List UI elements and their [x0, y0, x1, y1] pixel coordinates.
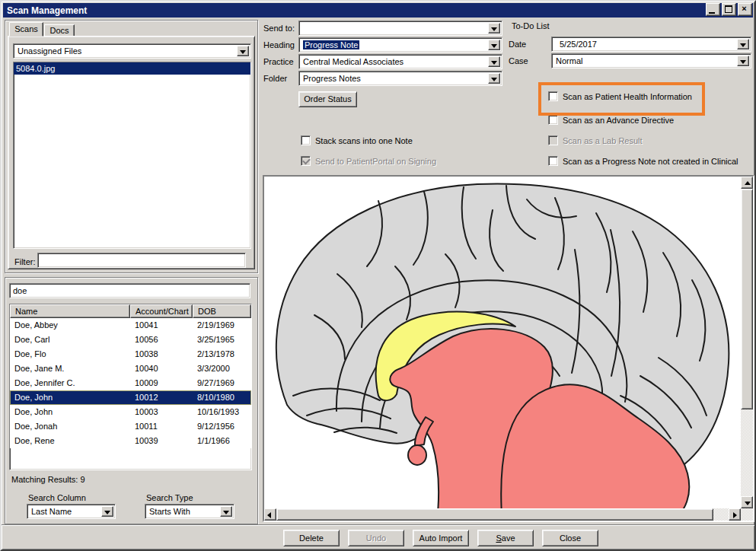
search-column-dropdown[interactable]: Last Name	[27, 504, 116, 519]
stack-scans-checkbox[interactable]	[301, 135, 311, 145]
chevron-down-icon	[745, 502, 751, 505]
chevron-right-icon	[733, 512, 737, 518]
minimize-button[interactable]	[706, 3, 720, 16]
table-cell: 10038	[130, 347, 193, 361]
column-header-dob[interactable]: DOB	[193, 304, 251, 318]
table-row[interactable]: Doe, Flo100382/13/1978	[10, 347, 251, 361]
table-cell: Doe, Rene	[10, 434, 130, 448]
scan-file-list[interactable]: 5084.0.jpg	[13, 62, 251, 249]
phi-highlight-box	[538, 82, 705, 116]
date-label: Date	[509, 40, 526, 49]
order-status-button[interactable]: Order Status	[298, 91, 357, 107]
progress-note-checkbox[interactable]	[548, 156, 558, 166]
table-cell: 10039	[130, 434, 193, 448]
vertical-scrollbar[interactable]	[741, 177, 753, 508]
advance-directive-checkbox[interactable]	[548, 115, 558, 125]
vertical-scrollbar-thumb[interactable]	[741, 189, 753, 409]
brain-diagram	[264, 177, 741, 508]
dropdown-arrow-button[interactable]	[488, 73, 500, 84]
close-window-button[interactable]: Close	[542, 530, 598, 546]
table-cell: Doe, John	[10, 390, 130, 405]
dropdown-arrow-button[interactable]	[488, 40, 500, 50]
horizontal-scrollbar-thumb[interactable]	[276, 508, 713, 521]
practice-dropdown[interactable]: Central Medical Associates	[298, 54, 502, 69]
table-row[interactable]: Doe, John1000310/16/1993	[10, 405, 251, 419]
stack-scans-checkbox-row[interactable]: Stack scans into one Note	[301, 135, 413, 145]
progress-note-label: Scan as a Progress Note not created in C…	[563, 157, 738, 166]
scroll-down-button[interactable]	[741, 496, 753, 508]
scroll-left-button[interactable]	[264, 508, 276, 521]
title-bar[interactable]: Scan Management	[3, 3, 753, 18]
maximize-button[interactable]	[722, 3, 736, 16]
heading-dropdown[interactable]: Progress Note	[298, 37, 502, 53]
dropdown-arrow-button[interactable]	[101, 506, 113, 517]
date-dropdown[interactable]: 5/25/2017	[551, 37, 751, 52]
delete-button[interactable]: Delete	[283, 530, 340, 546]
table-row[interactable]: Doe, Carl100563/25/1965	[10, 333, 251, 347]
table-cell: 10/16/1993	[193, 405, 251, 419]
file-category-dropdown[interactable]: Unassigned Files	[13, 43, 251, 59]
column-header-account[interactable]: Account/Chart	[130, 304, 193, 318]
dropdown-arrow-button[interactable]	[737, 56, 749, 66]
patient-table-body: Doe, Abbey100412/19/1969Doe, Carl100563/…	[10, 318, 251, 448]
table-row[interactable]: Doe, Jennifer C.100099/27/1969	[10, 376, 251, 390]
table-row[interactable]: Doe, Jonah100119/12/1956	[10, 419, 251, 434]
table-cell: 10012	[130, 390, 193, 405]
dropdown-arrow-button[interactable]	[237, 46, 249, 56]
file-list-item[interactable]: 5084.0.jpg	[14, 62, 250, 75]
table-cell: 3/25/1965	[193, 333, 251, 347]
close-icon: ×	[738, 4, 750, 14]
dropdown-arrow-button[interactable]	[220, 506, 232, 517]
table-cell: Doe, Jonah	[10, 419, 130, 434]
case-dropdown[interactable]: Normal	[551, 53, 751, 68]
save-button[interactable]: Save	[477, 530, 534, 546]
maximize-icon	[725, 5, 732, 13]
heading-value-selected: Progress Note	[303, 40, 359, 49]
tab-scans[interactable]: Scans	[9, 22, 43, 37]
table-cell: Doe, John	[10, 405, 130, 419]
chevron-down-icon	[491, 27, 497, 31]
file-category-value: Unassigned Files	[18, 46, 81, 56]
chevron-left-icon	[267, 512, 271, 518]
close-button[interactable]: ×	[738, 3, 752, 16]
table-row[interactable]: Doe, John100128/10/1980	[10, 390, 251, 405]
advance-directive-checkbox-row[interactable]: Scan as an Advance Directive	[548, 115, 674, 125]
table-row[interactable]: Doe, Abbey100412/19/1969	[10, 318, 251, 333]
dropdown-arrow-button[interactable]	[488, 56, 500, 67]
table-cell: 2/19/1969	[193, 318, 251, 333]
table-cell: 10056	[130, 333, 193, 347]
folder-dropdown[interactable]: Progress Notes	[298, 71, 502, 86]
tab-docs[interactable]: Docs	[44, 24, 75, 37]
patient-table-header: Name Account/Chart DOB	[10, 304, 251, 318]
search-type-label: Search Type	[146, 493, 193, 502]
table-cell: 2/13/1978	[193, 347, 251, 361]
filter-input[interactable]	[37, 253, 246, 268]
column-header-name[interactable]: Name	[10, 304, 130, 318]
undo-button: Undo	[348, 530, 404, 546]
chevron-down-icon	[223, 511, 229, 514]
chevron-down-icon	[740, 43, 746, 47]
table-cell: Doe, Jane M.	[10, 361, 130, 376]
window-title: Scan Management	[3, 5, 87, 16]
dropdown-arrow-button[interactable]	[737, 39, 749, 49]
scroll-up-button[interactable]	[741, 177, 753, 189]
table-cell: Doe, Abbey	[10, 318, 130, 333]
chevron-down-icon	[491, 61, 497, 65]
table-row[interactable]: Doe, Jane M.100403/3/2000	[10, 361, 251, 376]
table-cell: 10040	[130, 361, 193, 376]
stack-scans-label: Stack scans into one Note	[315, 136, 413, 145]
chevron-down-icon	[491, 78, 497, 81]
send-to-dropdown[interactable]	[298, 21, 502, 36]
horizontal-scrollbar[interactable]	[264, 508, 741, 521]
send-to-label: Send to:	[263, 24, 295, 33]
search-type-dropdown[interactable]: Starts With	[145, 504, 234, 519]
table-cell: 10003	[130, 405, 193, 419]
scroll-right-button[interactable]	[729, 508, 741, 521]
table-cell: 1/1/1966	[193, 434, 251, 448]
lab-result-label: Scan as a Lab Result	[563, 136, 643, 145]
progress-note-checkbox-row[interactable]: Scan as a Progress Note not created in C…	[548, 156, 738, 166]
dropdown-arrow-button[interactable]	[488, 23, 500, 33]
table-row[interactable]: Doe, Rene100391/1/1966	[10, 434, 251, 448]
patient-search-input[interactable]	[9, 283, 250, 298]
auto-import-button[interactable]: Auto Import	[413, 530, 469, 546]
